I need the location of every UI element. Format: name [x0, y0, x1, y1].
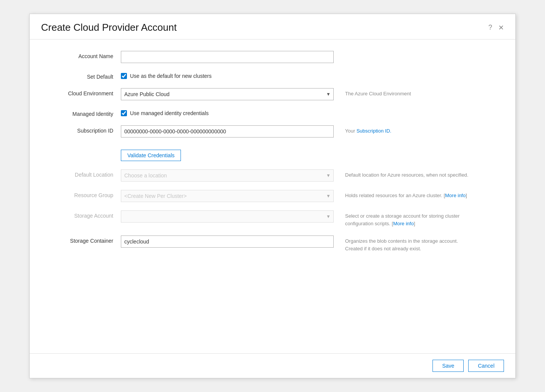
cloud-environment-select-wrapper: Azure Public Cloud Azure Government Clou…: [121, 88, 334, 100]
cloud-environment-label: Cloud Environment: [45, 88, 121, 96]
validate-credentials-spacer: [45, 146, 121, 148]
validate-credentials-button[interactable]: Validate Credentials: [121, 150, 181, 161]
set-default-control: Use as the default for new clusters: [121, 71, 334, 79]
subscription-id-help-link[interactable]: Subscription ID.: [356, 128, 391, 134]
subscription-id-input[interactable]: [121, 125, 334, 138]
account-name-row: Account Name: [45, 51, 500, 63]
storage-container-label: Storage Container: [45, 236, 121, 244]
set-default-row: Set Default Use as the default for new c…: [45, 71, 500, 80]
resource-group-select[interactable]: <Create New Per Cluster>: [121, 190, 334, 202]
managed-identity-checkbox-row: Use managed identity credentials: [121, 109, 334, 116]
managed-identity-checkbox-label: Use managed identity credentials: [130, 110, 209, 116]
account-name-control: [121, 51, 334, 63]
storage-account-control: ▼: [121, 210, 334, 223]
header-actions: ? ✕: [488, 24, 504, 32]
help-icon[interactable]: ?: [488, 24, 492, 32]
dialog-header: Create Cloud Provider Account ? ✕: [30, 14, 515, 40]
set-default-label: Set Default: [45, 71, 121, 80]
managed-identity-checkbox[interactable]: [121, 110, 127, 116]
set-default-checkbox-row: Use as the default for new clusters: [121, 71, 334, 79]
cloud-environment-row: Cloud Environment Azure Public Cloud Azu…: [45, 88, 500, 100]
account-name-input[interactable]: [121, 51, 334, 63]
set-default-checkbox[interactable]: [121, 73, 127, 79]
save-button[interactable]: Save: [433, 360, 464, 372]
storage-account-label: Storage Account: [45, 210, 121, 219]
managed-identity-control: Use managed identity credentials: [121, 109, 334, 116]
cloud-environment-help: The Azure Cloud Environment: [345, 88, 411, 98]
managed-identity-row: Managed Identity Use managed identity cr…: [45, 109, 500, 117]
managed-identity-label: Managed Identity: [45, 109, 121, 117]
resource-group-help: Holds related resources for an Azure clu…: [345, 190, 467, 199]
subscription-id-row: Subscription ID Your Subscription ID.: [45, 125, 500, 138]
storage-account-help: Select or create a storage account for s…: [345, 210, 474, 227]
default-location-control: Choose a location ▼: [121, 169, 334, 182]
resource-group-control: <Create New Per Cluster> ▼: [121, 190, 334, 202]
storage-account-row: Storage Account ▼ Select or create a sto…: [45, 210, 500, 227]
cloud-environment-control: Azure Public Cloud Azure Government Clou…: [121, 88, 334, 100]
cloud-environment-select[interactable]: Azure Public Cloud Azure Government Clou…: [121, 88, 334, 100]
resource-group-row: Resource Group <Create New Per Cluster> …: [45, 190, 500, 202]
dialog-footer: Save Cancel: [30, 353, 515, 378]
cancel-button[interactable]: Cancel: [468, 360, 504, 372]
account-name-label: Account Name: [45, 51, 121, 59]
storage-container-input[interactable]: [121, 236, 334, 248]
default-location-select-wrapper: Choose a location ▼: [121, 169, 334, 182]
validate-credentials-control: Validate Credentials: [121, 146, 334, 161]
storage-container-control: [121, 236, 334, 248]
storage-account-select-wrapper: ▼: [121, 210, 334, 223]
storage-container-row: Storage Container Organizes the blob con…: [45, 236, 500, 252]
close-icon[interactable]: ✕: [498, 24, 504, 32]
default-location-help: Default location for Azure resources, wh…: [345, 169, 468, 179]
resource-group-select-wrapper: <Create New Per Cluster> ▼: [121, 190, 334, 202]
set-default-checkbox-label: Use as the default for new clusters: [130, 73, 212, 79]
storage-container-help: Organizes the blob contents in the stora…: [345, 236, 474, 252]
resource-group-label: Resource Group: [45, 190, 121, 198]
validate-credentials-row: Validate Credentials: [45, 146, 500, 161]
default-location-row: Default Location Choose a location ▼ Def…: [45, 169, 500, 182]
default-location-label: Default Location: [45, 169, 121, 178]
dialog-title: Create Cloud Provider Account: [41, 22, 177, 33]
dialog-body: Account Name Set Default Use as the defa…: [30, 40, 515, 353]
default-location-select[interactable]: Choose a location: [121, 169, 334, 182]
subscription-id-help-prefix: Your: [345, 128, 356, 134]
storage-account-more-info-link[interactable]: More info: [393, 221, 414, 226]
subscription-id-label: Subscription ID: [45, 125, 121, 134]
storage-account-select[interactable]: [121, 210, 334, 223]
subscription-id-control: [121, 125, 334, 138]
subscription-id-help: Your Subscription ID.: [345, 125, 391, 135]
create-cloud-provider-dialog: Create Cloud Provider Account ? ✕ Accoun…: [29, 14, 516, 378]
resource-group-more-info-link[interactable]: More info: [445, 193, 466, 198]
